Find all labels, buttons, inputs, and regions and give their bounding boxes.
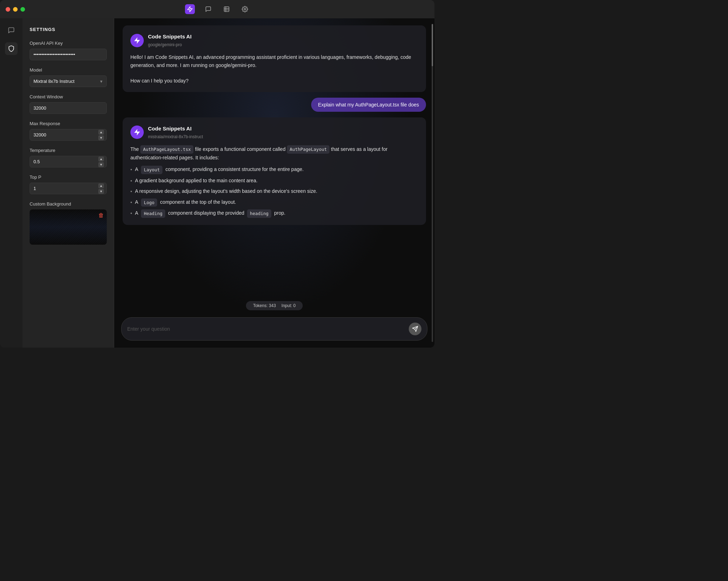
svg-marker-7: [134, 129, 140, 135]
top-p-down[interactable]: ▼: [98, 189, 104, 194]
ai-avatar-1: [130, 34, 144, 47]
bg-visual: [30, 209, 107, 245]
user-message-1: Explain what my AuthPageLayout.tsx file …: [311, 98, 426, 112]
ai-name-1: Code Snippets AI: [148, 32, 192, 41]
temperature-down[interactable]: ▼: [98, 162, 104, 167]
custom-bg-label: Custom Background: [30, 201, 107, 207]
delete-bg-button[interactable]: 🗑: [98, 212, 104, 219]
max-response-up[interactable]: ▲: [98, 130, 104, 135]
traffic-lights: [6, 7, 25, 12]
ai-model-2: mistralai/mixtral-8x7b-instruct: [148, 134, 203, 140]
temperature-up[interactable]: ▲: [98, 157, 104, 161]
chat-messages[interactable]: Code Snippets AI google/gemini-pro Hello…: [114, 18, 434, 298]
ai-message-1: Code Snippets AI google/gemini-pro Hello…: [123, 25, 426, 92]
ai-avatar-2: [130, 126, 144, 139]
max-response-controls: ▲ ▼: [98, 130, 104, 140]
scroll-track: [432, 24, 433, 342]
temperature-controls: ▲ ▼: [98, 157, 104, 167]
list-item-4: A Logo component at the top of the layou…: [130, 198, 418, 207]
top-p-input[interactable]: [30, 183, 107, 194]
code-tag-heading: Heading: [141, 209, 165, 218]
top-p-up[interactable]: ▲: [98, 183, 104, 188]
context-window-label: Context Window: [30, 94, 107, 99]
settings-title: SETTINGS: [30, 27, 107, 32]
minimize-button[interactable]: [13, 7, 18, 12]
api-key-label: OpenAI API Key: [30, 41, 107, 46]
api-key-input[interactable]: [30, 49, 107, 60]
icon-sidebar: [0, 18, 23, 348]
list-item-1: A Layout component, providing a consiste…: [130, 166, 418, 174]
top-p-label: Top P: [30, 175, 107, 180]
code-tag-logo: Logo: [141, 198, 157, 207]
svg-rect-1: [224, 7, 229, 12]
tokens-badge: Tokens: 343 Input: 0: [246, 301, 303, 310]
model-select[interactable]: Mixtral 8x7b Instruct GPT-4 GPT-3.5 Clau…: [30, 75, 107, 87]
custom-bg-preview: 🗑: [30, 209, 107, 245]
settings-nav-icon[interactable]: [240, 4, 250, 14]
ai-message-2-meta: Code Snippets AI mistralai/mixtral-8x7b-…: [148, 124, 203, 140]
model-select-wrap: Mixtral 8x7b Instruct GPT-4 GPT-3.5 Clau…: [30, 75, 107, 87]
ai-message-1-header: Code Snippets AI google/gemini-pro: [130, 32, 418, 48]
send-button[interactable]: [409, 323, 421, 335]
tokens-count: Tokens: 343: [253, 303, 276, 308]
ai-message-1-text: Hello! I am Code Snippets AI, an advance…: [130, 53, 418, 85]
max-response-wrap: ▲ ▼: [30, 129, 107, 141]
code-tag-layout: Layout: [141, 166, 162, 174]
sidebar-chat-history[interactable]: [5, 24, 18, 37]
list-item-3: A responsive design, adjusting the layou…: [130, 188, 418, 196]
chat-input[interactable]: [127, 326, 405, 332]
temperature-input[interactable]: [30, 156, 107, 167]
temperature-wrap: ▲ ▼: [30, 156, 107, 167]
ai-message-1-meta: Code Snippets AI google/gemini-pro: [148, 32, 192, 48]
svg-marker-6: [134, 37, 140, 43]
max-response-input[interactable]: [30, 129, 107, 141]
main-layout: SETTINGS OpenAI API Key Model Mixtral 8x…: [0, 18, 434, 348]
top-p-controls: ▲ ▼: [98, 183, 104, 194]
chat-area: Code Snippets AI google/gemini-pro Hello…: [114, 18, 434, 348]
max-response-label: Max Response: [30, 121, 107, 126]
titlebar: [0, 0, 434, 18]
ai-message-2: Code Snippets AI mistralai/mixtral-8x7b-…: [123, 117, 426, 225]
chat-nav-icon[interactable]: [203, 4, 213, 14]
ai-text-intro: The: [130, 146, 140, 152]
code-tag-2: AuthPageLayout: [287, 145, 329, 154]
tokens-bar: Tokens: 343 Input: 0: [114, 298, 434, 313]
settings-panel: SETTINGS OpenAI API Key Model Mixtral 8x…: [23, 18, 114, 348]
max-response-down[interactable]: ▼: [98, 135, 104, 140]
maximize-button[interactable]: [20, 7, 25, 12]
list-item-2: A gradient background applied to the mai…: [130, 177, 418, 185]
ai-text-mid1: file exports a functional component call…: [195, 146, 287, 152]
ai-model-1: google/gemini-pro: [148, 42, 192, 48]
logo-nav-icon[interactable]: [185, 4, 195, 14]
bullet-list: A Layout component, providing a consiste…: [130, 166, 418, 218]
model-label: Model: [30, 67, 107, 73]
close-button[interactable]: [6, 7, 10, 12]
ai-message-2-header: Code Snippets AI mistralai/mixtral-8x7b-…: [130, 124, 418, 140]
custom-bg-section: Custom Background 🗑: [30, 201, 107, 245]
ai-name-2: Code Snippets AI: [148, 124, 203, 133]
code-tag-heading-prop: heading: [247, 209, 271, 218]
ai-message-2-text: The AuthPageLayout.tsx file exports a fu…: [130, 145, 418, 161]
top-p-wrap: ▲ ▼: [30, 183, 107, 194]
input-count: Input: 0: [282, 303, 296, 308]
sidebar-settings[interactable]: [5, 42, 18, 55]
chat-input-wrap: [121, 317, 427, 341]
context-window-input[interactable]: [30, 102, 107, 114]
svg-point-5: [244, 8, 246, 10]
temperature-label: Temperature: [30, 148, 107, 153]
chat-input-area: [114, 313, 434, 348]
send-icon: [412, 326, 418, 332]
list-item-5: A Heading component displaying the provi…: [130, 209, 418, 218]
scroll-thumb: [432, 24, 433, 66]
svg-marker-0: [187, 7, 192, 12]
files-nav-icon[interactable]: [222, 4, 232, 14]
code-tag-1: AuthPageLayout.tsx: [140, 145, 193, 154]
titlebar-nav: [185, 4, 250, 14]
